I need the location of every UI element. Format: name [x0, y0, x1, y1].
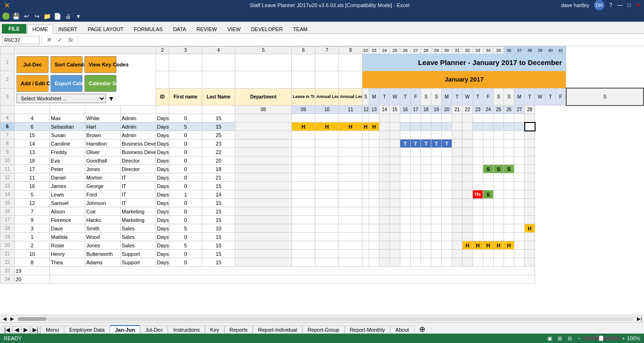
- cal-6-16[interactable]: [400, 122, 411, 131]
- tab-jul-dec[interactable]: Jul-Dec: [140, 326, 168, 334]
- scroll-left-btn[interactable]: ◀: [1, 316, 8, 321]
- cal-4-24[interactable]: [483, 114, 494, 122]
- cal-6-21[interactable]: [452, 122, 462, 131]
- cell-r1-ln[interactable]: [202, 54, 235, 71]
- tab-data[interactable]: DATA: [168, 24, 191, 33]
- undo-btn[interactable]: ↩: [22, 12, 31, 20]
- cal-6-12[interactable]: H: [363, 122, 369, 131]
- cal-4-25[interactable]: [494, 114, 504, 122]
- zoom-thumb[interactable]: [599, 335, 603, 341]
- tab-home[interactable]: HOME: [27, 24, 53, 34]
- tab-scroll-prev[interactable]: ◀: [12, 326, 21, 334]
- tab-reports[interactable]: Reports: [224, 326, 253, 334]
- tab-instructions[interactable]: Instructions: [168, 326, 205, 334]
- tab-menu[interactable]: Menu: [41, 326, 64, 334]
- cell-4-id[interactable]: 4: [15, 114, 50, 122]
- cal-6-15[interactable]: [390, 122, 400, 131]
- cal-6-08[interactable]: [235, 122, 292, 131]
- scroll-right-btn[interactable]: ▶: [8, 316, 16, 321]
- cal-6-14[interactable]: [380, 122, 390, 131]
- tab-jan-jun[interactable]: Jan-Jun: [110, 325, 140, 334]
- cell-6-dept[interactable]: Admin: [121, 122, 156, 131]
- scrollbar-track[interactable]: [18, 317, 634, 321]
- cell-6-tk[interactable]: 5: [169, 122, 202, 131]
- insert-function-btn[interactable]: fx: [66, 36, 76, 43]
- cal-20-33[interactable]: H: [504, 241, 514, 250]
- cal-20-31[interactable]: H: [483, 241, 494, 250]
- tab-team[interactable]: TEAM: [288, 24, 313, 33]
- open-btn[interactable]: 📁: [43, 12, 51, 20]
- tab-employee-data[interactable]: Employee Data: [64, 326, 110, 334]
- cal-4-15[interactable]: [390, 114, 400, 122]
- cal-4-11[interactable]: [339, 114, 363, 122]
- cal-4-20[interactable]: [442, 114, 452, 122]
- cell-7-ln[interactable]: Brown: [85, 131, 121, 139]
- formula-input[interactable]: [80, 36, 642, 44]
- tab-file[interactable]: FILE: [2, 24, 26, 33]
- scroll-end-btn[interactable]: ▶|: [636, 316, 643, 321]
- cell-7-dept[interactable]: Admin: [121, 131, 156, 139]
- cal-14-29[interactable]: Hs: [473, 190, 483, 199]
- tab-report-individual[interactable]: Report-Individual: [253, 326, 302, 334]
- cal-6-20[interactable]: [442, 122, 452, 131]
- view-normal-btn[interactable]: ▣: [547, 335, 552, 342]
- cal-4-18[interactable]: [421, 114, 431, 122]
- cell-7-tk[interactable]: 0: [169, 131, 202, 139]
- cal-4-19[interactable]: [431, 114, 442, 122]
- cal-4-17[interactable]: [411, 114, 421, 122]
- cal-6-18[interactable]: [421, 122, 431, 131]
- cal-4-26[interactable]: [504, 114, 514, 122]
- redo-btn[interactable]: ↪: [33, 12, 41, 20]
- cal-4-13[interactable]: [369, 114, 380, 122]
- horizontal-scrollbar[interactable]: ◀ ▶ ▶|: [0, 315, 644, 322]
- cal-4-14[interactable]: [380, 114, 390, 122]
- cal-6-19[interactable]: [431, 122, 442, 131]
- cell-r1-id[interactable]: [156, 54, 169, 71]
- add-sheet-btn[interactable]: ⊕: [416, 325, 428, 334]
- cal-6-23[interactable]: [473, 122, 483, 131]
- maximize-btn[interactable]: □: [627, 2, 631, 8]
- cal-18-37[interactable]: H: [525, 224, 535, 233]
- tab-pagelayout[interactable]: PAGE LAYOUT: [83, 24, 129, 33]
- cal-4-16[interactable]: [400, 114, 411, 122]
- tab-review[interactable]: REVIEW: [191, 24, 222, 33]
- cal-4-28[interactable]: [525, 114, 535, 122]
- cell-r1-dept[interactable]: [235, 54, 292, 71]
- sort-calendar-btn[interactable]: Sort Calendar: [50, 56, 83, 73]
- cal-6-13[interactable]: H: [369, 122, 380, 131]
- export-calendar-btn[interactable]: Export Calendar: [50, 75, 83, 92]
- cell-r2-rm[interactable]: [339, 71, 363, 88]
- cal-6-17[interactable]: [411, 122, 421, 131]
- cell-7-id[interactable]: 15: [15, 131, 50, 139]
- cal-4-27[interactable]: [514, 114, 525, 122]
- cell-6-tr[interactable]: Days: [156, 122, 169, 131]
- cell-r2-fn[interactable]: [169, 71, 202, 88]
- cal-6-28-selected[interactable]: [525, 122, 535, 131]
- cell-6-rm[interactable]: 15: [202, 122, 235, 131]
- cal-6-10[interactable]: H: [315, 122, 339, 131]
- cell-6-ln[interactable]: Hart: [85, 122, 121, 131]
- cal-4-22[interactable]: [462, 114, 473, 122]
- cal-6-24[interactable]: [483, 122, 494, 131]
- cell-r2-id[interactable]: [156, 71, 169, 88]
- cell-r2-ln[interactable]: [202, 71, 235, 88]
- tab-scroll-start[interactable]: |◀: [2, 326, 12, 334]
- cal-4-08[interactable]: [235, 114, 292, 122]
- cell-4-ln[interactable]: White: [85, 114, 121, 122]
- cell-4-rm[interactable]: 15: [202, 114, 235, 122]
- tab-formulas[interactable]: FORMULAS: [129, 24, 168, 33]
- cell-7-tr[interactable]: Days: [156, 131, 169, 139]
- cell-r2-dept[interactable]: [235, 71, 292, 88]
- view-page-break-btn[interactable]: ⊟: [568, 335, 572, 342]
- tab-developer[interactable]: DEVELOPER: [246, 24, 288, 33]
- scrollbar-thumb[interactable]: [18, 317, 46, 321]
- cal-4-21[interactable]: [452, 114, 462, 122]
- calendar-settings-btn[interactable]: Calendar Settings: [84, 75, 116, 92]
- cell-6-fn[interactable]: Sebastian: [50, 122, 85, 131]
- close-btn[interactable]: ✕: [636, 2, 640, 8]
- cell-r2-tr[interactable]: [292, 71, 315, 88]
- cal-4-09[interactable]: [292, 114, 315, 122]
- cell-4-tr[interactable]: Days: [156, 114, 169, 122]
- name-box[interactable]: R6C37: [2, 36, 40, 44]
- qa-more[interactable]: ▾: [74, 12, 83, 20]
